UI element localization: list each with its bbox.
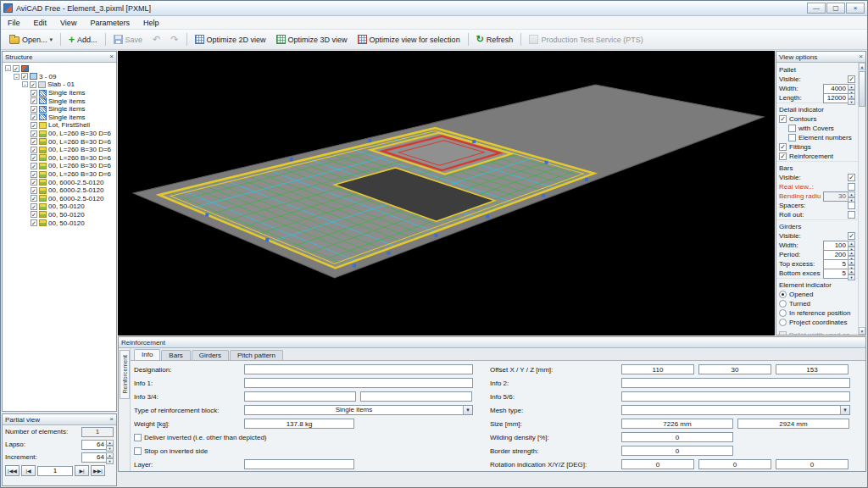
rotation-y-input[interactable] [698,459,771,469]
refresh-button[interactable]: ↻ Refresh [471,32,519,47]
tree-item[interactable]: 00, L=260 B=30 D=6 [3,154,116,163]
value-input[interactable] [823,191,848,202]
info1-input[interactable] [244,378,473,388]
tree-item[interactable]: Lot, FirstShell [3,121,116,130]
spin-up-icon[interactable]: ▲ [848,241,855,247]
spin-up-icon[interactable]: ▲ [106,440,114,446]
spin-down-icon[interactable]: ▼ [106,446,114,452]
optimize-3d-view-button[interactable]: Optimize 3D view [271,32,353,47]
offset-z-input[interactable] [776,364,849,374]
menu-edit[interactable]: Edit [27,18,54,28]
tree-checkbox[interactable] [31,171,37,178]
checkbox[interactable] [779,143,787,151]
undo-button[interactable]: ↶ [147,32,165,47]
tree-checkbox[interactable] [30,81,36,88]
reinforcement-side-tab[interactable]: Reinforcement [120,350,130,399]
info56-input[interactable] [621,391,850,402]
close-button[interactable]: × [846,3,865,14]
offset-y-input[interactable] [698,364,771,374]
tree-item[interactable]: 00, 50-0120 [3,219,116,227]
spin-up-icon[interactable]: ▲ [848,84,855,90]
tree-item[interactable]: 00, L=260 B=30 D=6 [3,146,116,154]
3d-viewport[interactable] [118,51,775,336]
spin-up-icon[interactable]: ▲ [106,452,114,458]
save-button[interactable]: Save [108,32,148,47]
scrollbar[interactable]: ▲ ▼ [858,63,865,335]
spin-down-icon[interactable]: ▼ [848,99,855,105]
spinner-buttons[interactable]: ▲▼ [106,440,114,450]
value-input[interactable] [823,269,848,279]
checkbox[interactable] [848,75,855,83]
close-icon[interactable]: × [109,416,114,423]
checkbox[interactable] [848,183,855,191]
tab-pitch-pattern[interactable]: Pitch pattern [230,350,283,360]
tree-checkbox[interactable] [31,195,37,202]
tree-checkbox[interactable] [31,163,37,169]
size-width-input[interactable] [621,419,733,429]
rotation-x-input[interactable] [621,459,694,469]
size-height-input[interactable] [737,419,849,429]
nav-next-button[interactable]: ▶| [75,465,89,476]
tree-checkbox[interactable] [31,154,37,161]
tree-checkbox[interactable] [31,219,37,226]
tree-item[interactable]: Single items [3,89,116,97]
close-icon[interactable]: × [109,53,114,60]
radio-button[interactable] [779,319,787,326]
tree-checkbox[interactable] [13,65,19,72]
value-input[interactable] [823,93,848,103]
tree-checkbox[interactable] [21,73,28,80]
value-input[interactable] [81,440,106,450]
tree-item[interactable]: 00, 6000-2.5-0120 [3,186,116,195]
spin-up-icon[interactable]: ▲ [848,191,855,197]
tree-item[interactable]: Single items [3,97,116,105]
optimize-2d-view-button[interactable]: Optimize 2D view [190,32,271,47]
stop-on-inverted-side-checkbox[interactable] [134,447,142,455]
add-button[interactable]: + Add... [64,32,103,47]
tree-checkbox[interactable] [31,97,37,104]
spin-up-icon[interactable]: ▲ [848,259,855,265]
tree-checkbox[interactable] [31,147,37,153]
checkbox[interactable] [779,152,787,160]
tree-expander[interactable]: - [5,65,11,71]
checkbox[interactable] [848,202,855,209]
tree-checkbox[interactable] [31,179,37,186]
menu-parameters[interactable]: Parameters [83,18,136,28]
weight-input[interactable] [244,419,354,429]
welding-density-input[interactable] [621,432,733,442]
nav-prev-button[interactable]: |◀ [21,465,36,476]
tree-item[interactable]: 00, 6000-2.5-0120 [3,178,116,186]
deliver-inverted-checkbox[interactable] [134,434,142,441]
tree-item[interactable]: Single items [3,105,116,114]
checkbox[interactable] [779,115,787,123]
spin-down-icon[interactable]: ▼ [848,274,855,280]
checkbox[interactable] [848,232,855,240]
scroll-thumb[interactable] [859,71,865,107]
scroll-up-icon[interactable]: ▲ [859,63,865,70]
tree-item[interactable]: 00, L=260 B=30 D=6 [3,170,116,179]
nav-last-button[interactable]: ▶▶| [91,465,105,476]
tree-item[interactable]: 00, 50-0120 [3,211,116,219]
menu-file[interactable]: File [1,18,27,28]
tree-checkbox[interactable] [31,203,37,210]
border-strength-input[interactable] [621,446,733,456]
checkbox[interactable] [788,125,796,132]
tree-checkbox[interactable] [31,90,37,97]
tree-item[interactable]: 00, 50-0120 [3,202,116,211]
tree-item[interactable]: -3 - 09 [3,73,116,81]
tab-info[interactable]: Info [134,349,160,360]
tree-item[interactable]: - [3,64,116,73]
designation-input[interactable] [244,364,473,374]
tree-item[interactable]: 00, L=260 B=30 D=6 [3,137,116,146]
tree-expander[interactable]: - [14,74,19,80]
viewport-canvas[interactable] [118,51,775,336]
scroll-down-icon[interactable]: ▼ [859,327,865,335]
radio-button[interactable] [779,300,787,308]
tab-girders[interactable]: Girders [192,350,229,360]
redo-button[interactable]: ↷ [165,32,183,47]
optimize-view-for-selection-button[interactable]: Optimize view for selection [353,32,465,47]
info3-input[interactable] [244,391,356,402]
spin-up-icon[interactable]: ▲ [848,93,855,99]
menu-help[interactable]: Help [136,18,166,28]
tree-checkbox[interactable] [31,114,37,120]
spinner-buttons[interactable]: ▲▼ [848,93,855,103]
